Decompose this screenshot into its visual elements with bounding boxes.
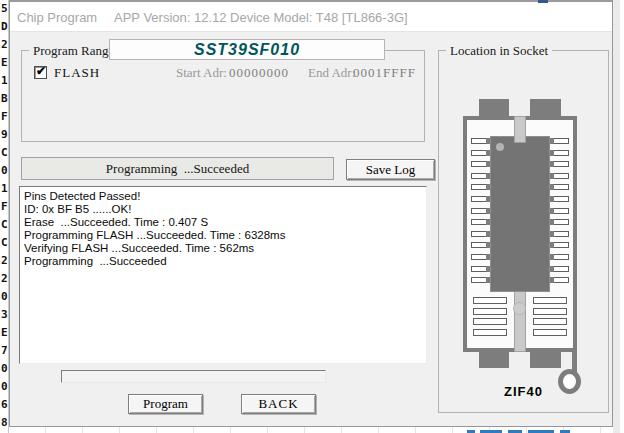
socket-pin [471,208,492,214]
background-hex-char: 1 [1,72,8,90]
log-line: ID: 0x BF B5 ......OK! [24,203,426,216]
window-title: Chip Program [17,10,97,25]
socket-pin [548,150,569,156]
background-hex-char: 6 [1,396,8,414]
background-hex-char: 3 [1,306,8,324]
socket-pin-empty [473,297,507,304]
back-button[interactable]: BACK [241,394,316,414]
background-hex-char: B [1,90,8,108]
background-hex-column: 5D2E1BF9C01FCC2203E70068 [0,0,9,433]
background-hex-char: C [1,234,8,252]
socket-pin-empty [533,308,567,315]
socket-slot-circle [513,302,526,315]
background-hex-char: F [1,108,8,126]
progress-bar [61,370,326,383]
background-hex-char: 5 [1,0,8,18]
socket-pin [471,196,492,202]
socket-pin-empty [473,308,507,315]
socket-pin [471,138,492,144]
background-hex-char: C [1,144,8,162]
background-hex-char: 1 [1,180,8,198]
socket-pin [548,266,569,272]
start-adr-value: 00000000 [229,65,289,81]
chip-graphic [490,136,550,292]
background-hex-char: 0 [1,288,8,306]
program-range-group: Program Range [21,50,425,142]
lever-stem [572,348,577,372]
background-hex-char: F [1,198,8,216]
titlebar: Chip Program APP Version: 12.12 Device M… [10,2,612,32]
socket-type-label: ZIF40 [438,384,609,399]
background-hex-char: 0 [1,378,8,396]
socket-pin [471,231,492,237]
background-hex-char: E [1,324,8,342]
socket-pin [548,184,569,190]
background-hex-char: 7 [1,342,8,360]
socket-pin-empty [473,329,507,336]
socket-tab [479,352,509,368]
socket-pin [548,254,569,260]
log-output[interactable]: Pins Detected Passed!ID: 0x BF B5 ......… [19,186,427,364]
status-text: Programming ...Succeeded [106,161,249,176]
socket-pin [548,208,569,214]
zif-socket-graphic [463,99,577,394]
location-in-socket-label: Location in Socket [446,43,552,59]
socket-tab [530,352,561,368]
socket-pin [471,150,492,156]
flash-checkbox[interactable]: ✔ [34,66,47,79]
socket-pin-empty [473,318,507,325]
socket-tab [479,99,509,117]
app-version-text: APP Version: 12.12 Device Model: T48 [TL… [114,10,408,25]
background-hex-char: D [1,18,8,36]
socket-pin [548,138,569,144]
program-button[interactable]: Program [128,394,203,414]
socket-pin [471,219,492,225]
background-hex-char: 0 [1,162,8,180]
socket-pin [548,161,569,167]
start-adr-label: Start Adr: [176,65,227,81]
background-hex-char: 9 [1,126,8,144]
socket-pin [471,184,492,190]
check-icon: ✔ [36,64,46,78]
socket-pin-empty [533,318,567,325]
log-line: Programming FLASH ...Succeeded. Time : 6… [24,229,426,242]
background-hex-char: C [1,216,8,234]
end-adr-label: End Adr: [308,65,355,81]
log-line: Verifying FLASH ...Succeeded. Time : 562… [24,242,426,255]
socket-pin [471,277,492,283]
socket-pin [471,266,492,272]
socket-pin [471,254,492,260]
socket-pin [548,242,569,248]
log-line: Programming ...Succeeded [24,255,426,268]
chip-name-box: SST39SF010 [109,39,385,60]
socket-pin-empty [533,297,567,304]
background-hex-char: E [1,54,8,72]
background-hex-char: 2 [1,252,8,270]
socket-lever-slot [514,116,526,143]
background-window-fragment [538,0,548,3]
program-range-label: Program Range [29,43,118,59]
socket-pin [548,173,569,179]
chip-program-dialog: Chip Program APP Version: 12.12 Device M… [9,0,613,427]
pin1-dot [496,143,504,151]
socket-pin [471,242,492,248]
socket-pin [548,219,569,225]
flash-label: FLASH [54,65,100,81]
screen: 5D2E1BF9C01FCC2203E70068 Chip Program AP… [0,0,624,433]
socket-pin [548,196,569,202]
socket-pin-empty [533,329,567,336]
save-log-button[interactable]: Save Log [346,159,435,180]
log-line: Erase ...Succeeded. Time : 0.407 S [24,216,426,229]
background-hex-char: 2 [1,36,8,54]
socket-tab [530,99,561,117]
socket-pin [471,173,492,179]
socket-pin [471,161,492,167]
chip-name: SST39SF010 [194,41,300,58]
background-hex-char: 2 [1,270,8,288]
background-hex-char: 0 [1,360,8,378]
socket-lever-slot [514,290,526,352]
end-adr-value: 0001FFFF [353,65,416,81]
background-hex-char: 8 [1,414,8,432]
socket-pin [548,231,569,237]
background-margin [613,0,624,433]
